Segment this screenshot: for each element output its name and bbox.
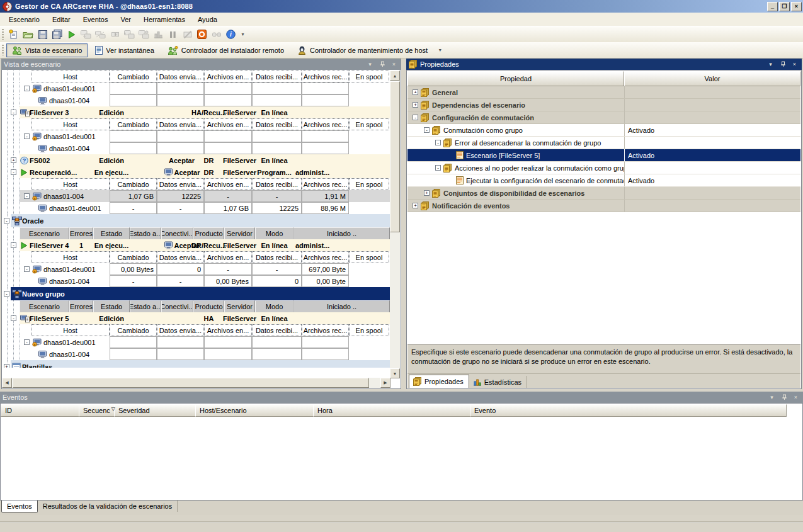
collapse-icon[interactable]: -	[11, 242, 16, 248]
column-header-en-spool[interactable]: En spool	[349, 118, 389, 130]
host-row[interactable]: dhaas01-004	[2, 142, 390, 154]
panel-menu-icon[interactable]: ▾	[365, 60, 375, 69]
open-scenario-icon[interactable]	[21, 28, 35, 42]
column-header-estado-a-[interactable]: Estado a...	[130, 300, 161, 312]
column-header-datos-envia-[interactable]: Datos envia...	[157, 178, 204, 190]
menu-item-editar[interactable]: Editar	[46, 13, 77, 26]
host-row[interactable]: -adhaas01-deu001	[2, 82, 390, 94]
property-row[interactable]: Escenario [FileServer 5]Activado	[407, 149, 800, 162]
collapse-icon[interactable]: -	[24, 133, 30, 139]
column-header-en-spool[interactable]: En spool	[349, 324, 389, 336]
column-header-iniciado-[interactable]: Iniciado ..	[293, 227, 390, 239]
group-row[interactable]: -Nuevo grupo	[2, 287, 390, 300]
column-header-servidor[interactable]: Servidor	[224, 227, 255, 239]
column-header-iniciado-[interactable]: Iniciado ..	[293, 300, 390, 312]
column-header-escenario[interactable]: Escenario	[20, 227, 69, 239]
column-header-en-spool[interactable]: En spool	[349, 178, 389, 190]
collapse-icon[interactable]: -	[11, 169, 16, 175]
property-row[interactable]: -Error al desencadenar la conmutación de…	[407, 137, 800, 149]
column-header-errores[interactable]: Errores	[69, 300, 93, 312]
toolbar-grip[interactable]	[2, 29, 4, 40]
panel-menu-icon[interactable]: ▾	[766, 60, 775, 69]
vertical-scrollbar[interactable]: ▲ ▼	[390, 71, 400, 378]
close-icon[interactable]: ×	[389, 60, 399, 69]
property-row[interactable]: +Conjuntos de disponibilidad de escenari…	[407, 187, 800, 200]
info-icon[interactable]: i	[224, 28, 238, 42]
toolbar-overflow-icon[interactable]: ▾	[239, 28, 246, 41]
column-header-valor[interactable]: Valor	[624, 71, 800, 86]
view-button-controlador-de-mantenimiento-de-host[interactable]: Controlador de mantenimiento de host	[292, 43, 433, 57]
host-row[interactable]: -adhaas01-deu001	[2, 336, 390, 348]
scroll-down-icon[interactable]: ▼	[390, 368, 400, 378]
column-header-datos-recibi-[interactable]: Datos recibi...	[252, 324, 302, 336]
column-header-producto[interactable]: Producto	[193, 227, 224, 239]
column-header-archivos-rec-[interactable]: Archivos rec...	[302, 178, 349, 190]
column-header-en-spool[interactable]: En spool	[349, 251, 389, 263]
property-row[interactable]: -Configuración de conmutación	[407, 111, 800, 124]
column-header-estado[interactable]: Estado	[93, 300, 130, 312]
collapse-icon[interactable]: -	[11, 110, 16, 115]
column-header-host[interactable]: Host	[31, 178, 110, 190]
property-row[interactable]: +General	[407, 86, 800, 99]
column-header-modo[interactable]: Modo	[255, 227, 293, 239]
tab-eventos[interactable]: Eventos	[1, 501, 38, 512]
column-header-conectivi-[interactable]: Conectivi...	[161, 227, 193, 239]
expand-icon[interactable]: +	[4, 364, 9, 368]
events-column-header-id[interactable]: ID	[1, 404, 79, 417]
close-button[interactable]: ×	[791, 2, 802, 11]
column-header-producto[interactable]: Producto	[193, 300, 224, 312]
collapse-icon[interactable]: -	[11, 315, 16, 321]
collapse-icon[interactable]: -	[4, 218, 9, 224]
column-header-archivos-rec-[interactable]: Archivos rec...	[302, 118, 349, 130]
horizontal-scrollbar[interactable]: ◀ ▶	[2, 378, 390, 388]
column-header-host[interactable]: Host	[31, 324, 110, 336]
host-row[interactable]: dhaas01-004	[2, 94, 390, 106]
scenario-row[interactable]: -Recuperació...En ejecu...AceptarDRFileS…	[2, 166, 390, 178]
scrollbar-thumb[interactable]	[390, 81, 400, 232]
collapse-icon[interactable]: -	[435, 140, 441, 145]
column-header-datos-envia-[interactable]: Datos envia...	[157, 324, 204, 336]
events-column-header-evento[interactable]: Evento	[470, 404, 787, 417]
expand-icon[interactable]: +	[413, 102, 418, 108]
column-header-host[interactable]: Host	[31, 71, 110, 82]
tab-resultados-de-la-validaci-n-de-escenario[interactable]: Resultados de la validación de escenario…	[38, 501, 178, 512]
office-icon[interactable]	[195, 28, 209, 42]
close-icon[interactable]: ×	[790, 60, 799, 69]
column-header-cambiado[interactable]: Cambiado	[110, 178, 157, 190]
column-header-archivos-rec-[interactable]: Archivos rec...	[302, 71, 349, 82]
menu-item-ayuda[interactable]: Ayuda	[191, 13, 224, 26]
scenario-row[interactable]: -FileServer 3EdiciónHA/Recu...FileServer…	[2, 106, 390, 118]
column-header-datos-recibi-[interactable]: Datos recibi...	[252, 118, 302, 130]
collapse-icon[interactable]: -	[424, 127, 430, 133]
expand-icon[interactable]: +	[424, 190, 430, 196]
column-header-archivos-en-[interactable]: Archivos en...	[204, 118, 252, 130]
column-header-archivos-rec-[interactable]: Archivos rec...	[302, 251, 349, 263]
column-header-archivos-rec-[interactable]: Archivos rec...	[302, 324, 349, 336]
run-icon[interactable]	[64, 28, 79, 42]
column-header-datos-recibi-[interactable]: Datos recibi...	[252, 251, 302, 263]
column-header-escenario[interactable]: Escenario	[20, 300, 69, 312]
events-column-header-host-escenario[interactable]: Host/Escenario	[195, 404, 314, 417]
property-row[interactable]: +Dependencias del escenario	[407, 99, 800, 111]
scrollbar-thumb[interactable]	[13, 378, 369, 388]
expand-icon[interactable]: +	[413, 89, 418, 95]
tab-estad-sticas[interactable]: Estadísticas	[469, 376, 527, 388]
events-column-header-secuenc[interactable]: Secuenc▽	[79, 404, 115, 417]
column-header-estado-a-[interactable]: Estado a...	[130, 227, 161, 239]
scroll-right-icon[interactable]: ▶	[380, 378, 390, 388]
column-header-errores[interactable]: Errores	[69, 227, 93, 239]
scenario-row[interactable]: -FileServer 41En ejecu...AceptarDR/Recu.…	[2, 239, 390, 251]
property-row[interactable]: -Acciones al no poder realizar la conmut…	[407, 162, 800, 174]
column-header-datos-recibi-[interactable]: Datos recibi...	[252, 178, 302, 190]
expand-icon[interactable]: +	[11, 157, 16, 163]
column-header-servidor[interactable]: Servidor	[224, 300, 255, 312]
column-header-host[interactable]: Host	[31, 118, 110, 130]
pin-icon[interactable]	[778, 60, 787, 69]
host-row[interactable]: -adhaas01-deu001	[2, 130, 390, 142]
collapse-icon[interactable]: -	[4, 291, 9, 297]
property-row[interactable]: Ejecutar la configuración del escenario …	[407, 174, 800, 187]
column-header-cambiado[interactable]: Cambiado	[110, 118, 157, 130]
column-header-datos-recibi-[interactable]: Datos recibi...	[252, 71, 302, 82]
group-row[interactable]: -Oracle	[2, 214, 390, 227]
events-column-header-severidad[interactable]: Severidad	[114, 404, 196, 417]
